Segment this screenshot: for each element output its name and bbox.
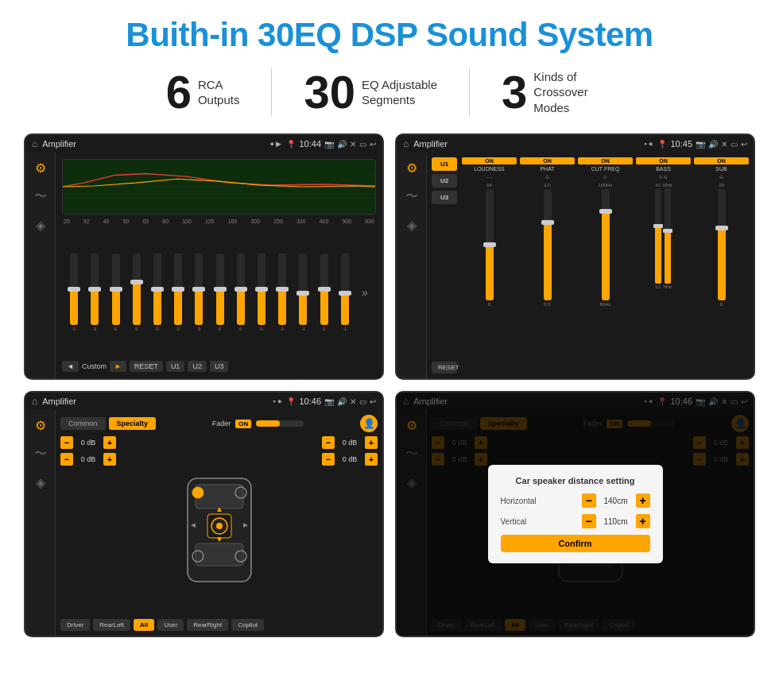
preset-u3[interactable]: U3 <box>432 191 457 204</box>
eq-icon-2[interactable]: ⚙ <box>406 160 417 176</box>
eq-icon[interactable]: ⚙ <box>35 160 46 176</box>
db-fl-value: 0 dB <box>76 439 100 447</box>
eq-u2-btn[interactable]: U2 <box>188 361 207 372</box>
eq-slider-6[interactable]: 0 <box>195 253 203 331</box>
eq-slider-1[interactable]: 0 <box>91 253 99 331</box>
db-rr-minus[interactable]: − <box>322 453 335 466</box>
crossover-reset-btn[interactable]: RESET <box>432 362 457 373</box>
wave-icon-2[interactable]: 〜 <box>405 188 418 205</box>
db-row-rr: − 0 dB + <box>322 453 378 466</box>
eq-slider-11[interactable]: -1 <box>299 253 307 331</box>
dialog-vertical-controls: − 110cm + <box>582 514 650 528</box>
loudness-col: 64 0 <box>462 183 517 373</box>
db-rl-minus[interactable]: − <box>60 453 73 466</box>
svg-text:▼: ▼ <box>215 535 223 543</box>
close-icon-1: ✕ <box>350 140 356 149</box>
dialog-horizontal-plus[interactable]: + <box>636 493 650 508</box>
channel-area: ON LOUDNESS ON PHAT ON CUT FREQ <box>462 157 749 373</box>
fader-track[interactable] <box>256 420 304 427</box>
crossover-screen: ⌂ Amplifier ▪ ● 📍 10:45 📷 🔊 ✕ ▭ ↩ ⚙ 〜 ◈ <box>395 133 755 380</box>
db-fl-plus[interactable]: + <box>103 436 116 449</box>
dot-indicator-2: ▪ ● <box>644 140 653 148</box>
close-icon-2: ✕ <box>721 140 727 149</box>
eq-prev-btn[interactable]: ◄ <box>62 361 79 372</box>
eq-play-btn[interactable]: ► <box>110 361 126 372</box>
sublabel-2: G <box>520 175 575 180</box>
db-fr-minus[interactable]: − <box>322 436 335 449</box>
btn-rearleft[interactable]: RearLeft <box>93 619 130 631</box>
speaker-header-row: Common Specialty Fader ON 👤 <box>60 415 378 432</box>
ch-on-sub: ON <box>694 157 749 164</box>
tab-common[interactable]: Common <box>60 417 106 430</box>
btn-copilot[interactable]: Copilot <box>231 619 264 631</box>
ch-sublabels: ~ ~ G F F G G <box>462 175 749 180</box>
volume-icon-1: 🔊 <box>337 140 347 149</box>
tab-specialty[interactable]: Specialty <box>109 417 157 430</box>
eq-reset-btn[interactable]: RESET <box>130 361 163 372</box>
sub-slider[interactable] <box>718 189 726 300</box>
preset-u1[interactable]: U1 <box>432 157 457 171</box>
db-rr-plus[interactable]: + <box>365 453 378 466</box>
bass-sliders: 3.0 1.0 9 <box>655 183 672 289</box>
stat-crossover: 3 Kinds ofCrossover Modes <box>470 69 645 116</box>
ch-on-phat: ON <box>520 157 575 164</box>
svg-point-9 <box>216 523 223 529</box>
ch-label-phat: PHAT <box>520 166 575 172</box>
fader-on-badge: ON <box>235 420 251 428</box>
db-fr-plus[interactable]: + <box>365 436 378 449</box>
app-name-3: Amplifier <box>42 396 268 406</box>
profile-icon[interactable]: 👤 <box>360 415 378 432</box>
eq-slider-13[interactable]: -1 <box>341 253 349 331</box>
speaker-icon[interactable]: ◈ <box>36 218 45 233</box>
wave-icon[interactable]: 〜 <box>34 188 47 205</box>
preset-u2[interactable]: U2 <box>432 174 457 188</box>
eq-main: 25 32 40 50 63 80 100 125 160 200 250 32… <box>56 153 382 378</box>
eq-icon-3[interactable]: ⚙ <box>35 418 46 433</box>
home-icon-2[interactable]: ⌂ <box>403 138 409 149</box>
distance-setting-screen: ⌂ Amplifier ▪ ● 📍 10:46 📷 🔊 ✕ ▭ ↩ ⚙ 〜 ◈ <box>395 391 755 637</box>
cutfreq-bottom: 60Hz <box>599 302 610 307</box>
eq-slider-4[interactable]: 0 <box>153 253 161 331</box>
loudness-top: 64 <box>486 183 492 188</box>
dialog-vertical-row: Vertical − 110cm + <box>501 514 650 528</box>
btn-all[interactable]: All <box>134 619 154 631</box>
btn-driver[interactable]: Driver <box>60 619 90 631</box>
eq-slider-3[interactable]: 5 <box>133 253 141 331</box>
eq-screen-content: ⚙ 〜 ◈ <box>25 153 382 378</box>
eq-slider-9[interactable]: 0 <box>258 253 265 331</box>
eq-slider-12[interactable]: 0 <box>320 253 328 331</box>
db-fl-minus[interactable]: − <box>60 436 73 449</box>
db-rl-plus[interactable]: + <box>103 453 116 466</box>
eq-slider-expand[interactable]: » <box>362 286 368 299</box>
ch-sub: ON SUB <box>694 157 749 172</box>
status-bar-3: ⌂ Amplifier ▪ ● 📍 10:46 📷 🔊 ✕ ▭ ↩ <box>25 393 382 410</box>
btn-rearright[interactable]: RearRight <box>187 619 228 631</box>
cutfreq-slider[interactable] <box>602 189 610 300</box>
db-fr-value: 0 dB <box>338 439 362 447</box>
eq-slider-5[interactable]: 0 <box>174 253 182 331</box>
eq-u1-btn[interactable]: U1 <box>166 361 185 372</box>
wave-icon-3[interactable]: 〜 <box>34 446 47 462</box>
btn-user[interactable]: User <box>157 619 184 631</box>
cutfreq-top: 100Hz <box>599 183 612 188</box>
home-icon-1[interactable]: ⌂ <box>32 138 37 149</box>
speaker-icon-2[interactable]: ◈ <box>407 218 417 233</box>
status-icons-2: 📍 10:45 📷 🔊 ✕ ▭ ↩ <box>657 139 747 149</box>
confirm-button[interactable]: Confirm <box>501 535 650 552</box>
db-rr-value: 0 dB <box>338 455 362 463</box>
phat-slider[interactable] <box>544 189 552 300</box>
dialog-horizontal-minus[interactable]: − <box>582 493 596 508</box>
eq-slider-10[interactable]: 0 <box>278 253 286 331</box>
loudness-slider[interactable] <box>486 189 494 300</box>
speaker-setup-content: ⚙ 〜 ◈ Common Specialty Fader ON <box>25 410 382 636</box>
eq-slider-0[interactable]: 0 <box>70 253 78 331</box>
eq-u3-btn[interactable]: U3 <box>210 361 229 372</box>
time-1: 10:44 <box>299 139 321 149</box>
speaker-icon-3[interactable]: ◈ <box>36 475 45 490</box>
dialog-vertical-minus[interactable]: − <box>582 514 596 528</box>
eq-slider-8[interactable]: 0 <box>237 253 245 331</box>
eq-slider-2[interactable]: 0 <box>112 253 120 331</box>
home-icon-3[interactable]: ⌂ <box>32 396 37 407</box>
eq-slider-7[interactable]: 0 <box>216 253 224 331</box>
dialog-vertical-plus[interactable]: + <box>636 514 650 528</box>
